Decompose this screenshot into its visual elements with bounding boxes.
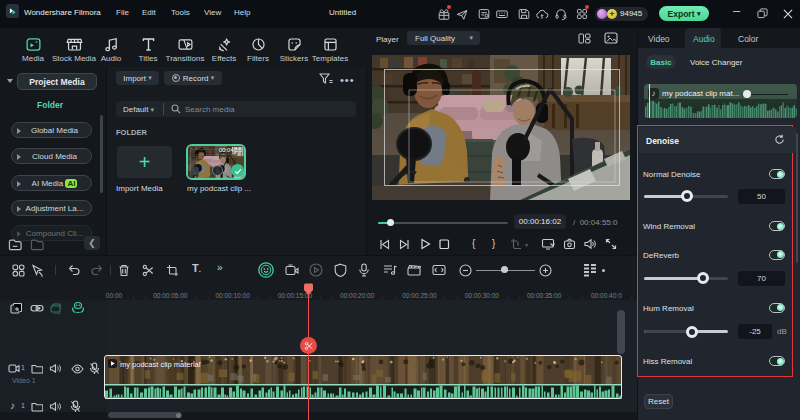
svg-text:00:00:30:00: 00:00:30:00 bbox=[465, 292, 500, 299]
svg-text:00:00:25:00: 00:00:25:00 bbox=[402, 292, 437, 299]
svg-text:00:00:35:00: 00:00:35:00 bbox=[527, 292, 562, 299]
svg-text:00:00: 00:00 bbox=[106, 292, 123, 299]
svg-text:my podcast clip material: my podcast clip material bbox=[120, 360, 201, 369]
svg-text:00:00:20:00: 00:00:20:00 bbox=[340, 292, 375, 299]
svg-text:00:00:05:00: 00:00:05:00 bbox=[153, 292, 188, 299]
svg-text:00:00:40:0: 00:00:40:0 bbox=[591, 292, 622, 299]
svg-text:00:00:10:00: 00:00:10:00 bbox=[215, 292, 250, 299]
